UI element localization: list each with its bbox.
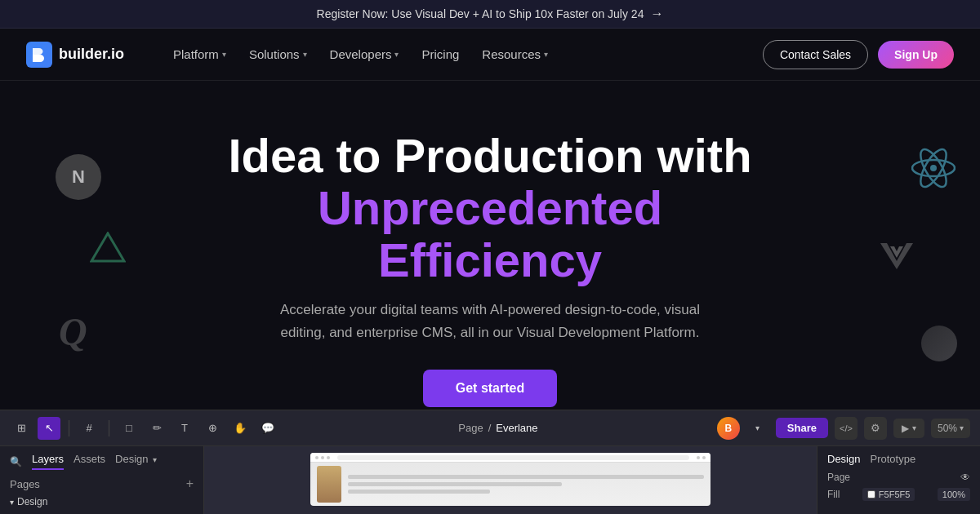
zoom-button[interactable]: 50% ▾ — [931, 419, 970, 438]
toolbar-divider — [109, 420, 109, 436]
preview-nav-dot — [315, 456, 318, 459]
settings-icon: ⚙ — [871, 422, 880, 434]
play-dropdown-icon: ▾ — [912, 423, 916, 432]
eye-icon: 👁 — [960, 472, 970, 483]
vuejs-logo-icon — [879, 240, 915, 279]
nav-resources[interactable]: Resources ▾ — [472, 41, 558, 68]
preview-content — [310, 463, 710, 506]
comment-tool-icon[interactable]: 💬 — [256, 417, 279, 440]
navbar: builder.io Platform ▾ Solutions ▾ Develo… — [0, 29, 980, 81]
pen-tool-icon[interactable]: ✏ — [145, 417, 168, 440]
banner-arrow: → — [650, 7, 663, 21]
page-separator: / — [488, 422, 492, 434]
sidebar-tab-layers[interactable]: Layers — [32, 453, 64, 470]
nav-pricing[interactable]: Pricing — [412, 41, 469, 68]
right-fill-row: Fill F5F5F5 100% — [827, 488, 970, 501]
preview-text-lines — [348, 475, 704, 494]
design-item-label: Design — [17, 496, 47, 507]
react-logo-icon — [911, 146, 956, 200]
editor-sidebar: 🔍 Layers Assets Design ▾ Pages + ▾ Desig… — [0, 446, 204, 514]
component-tool-icon[interactable]: ⊕ — [201, 417, 224, 440]
zoom-dropdown-icon: ▾ — [960, 423, 964, 432]
nav-platform[interactable]: Platform ▾ — [163, 41, 236, 68]
fill-label: Fill — [827, 489, 840, 500]
toolbar-right: B ▾ Share </> ⚙ ▶ ▾ 50% ▾ — [717, 417, 970, 440]
nav-actions: Contact Sales Sign Up — [763, 40, 954, 69]
text-tool-icon[interactable]: T — [173, 417, 196, 440]
hero-section: N Q Idea to Production with Unprecedente… — [0, 81, 980, 440]
banner-text: Register Now: Use Visual Dev + AI to Shi… — [317, 7, 644, 20]
right-panel-tabs: Design Prototype — [827, 453, 970, 465]
nav-links: Platform ▾ Solutions ▾ Developers ▾ Pric… — [163, 41, 763, 68]
hero-title: Idea to Production with Unprecedented Ef… — [204, 130, 776, 286]
cursor-tool-icon[interactable]: ↖ — [38, 417, 60, 440]
opacity-value[interactable]: 100% — [938, 488, 970, 501]
editor-canvas[interactable] — [204, 446, 817, 514]
logo-text: builder.io — [59, 46, 124, 63]
page-name: Everlane — [496, 422, 537, 434]
qwik-logo-icon: Q — [59, 309, 87, 354]
pages-label: Pages — [10, 478, 40, 490]
sidebar-pages: Pages + — [10, 476, 194, 491]
rectangle-tool-icon[interactable]: □ — [118, 417, 140, 440]
toolbar-page-info: Page / Everlane — [458, 422, 537, 434]
get-started-button[interactable]: Get started — [423, 370, 557, 407]
zoom-label: 50% — [938, 423, 957, 434]
preview-line — [348, 482, 562, 486]
top-banner[interactable]: Register Now: Use Visual Dev + AI to Shi… — [0, 0, 980, 29]
preview-nav-dot — [702, 456, 706, 459]
hero-title-accent: Unprecedented Efficiency — [318, 181, 662, 286]
nuxtjs-logo-icon — [90, 232, 126, 270]
editor-toolbar: ⊞ ↖ # □ ✏ T ⊕ ✋ 💬 Page / Everlane B ▾ Sh… — [0, 410, 980, 446]
editor-right-panel: Design Prototype Page 👁 Fill F5F5F5 100% — [817, 446, 980, 514]
chevron-down-icon: ▾ — [222, 50, 226, 59]
code-view-button[interactable]: </> — [835, 417, 858, 440]
page-label: Page — [458, 422, 483, 434]
right-tab-prototype[interactable]: Prototype — [870, 453, 915, 465]
decorative-circle — [921, 326, 957, 361]
sidebar-search-row: 🔍 — [10, 453, 22, 470]
avatar: B — [717, 417, 740, 440]
toolbar-divider — [69, 420, 69, 436]
hand-tool-icon[interactable]: ✋ — [229, 417, 252, 440]
settings-button[interactable]: ⚙ — [864, 417, 887, 440]
chevron-down-icon: ▾ — [544, 50, 548, 59]
preview-person-image — [317, 466, 341, 503]
nextjs-logo-icon: N — [56, 154, 101, 200]
right-section-page: Page 👁 — [827, 472, 970, 483]
logo[interactable]: builder.io — [26, 42, 124, 68]
sidebar-design-item[interactable]: ▾ Design — [10, 496, 194, 507]
search-icon: 🔍 — [10, 456, 22, 467]
svg-point-4 — [930, 165, 937, 171]
contact-sales-button[interactable]: Contact Sales — [763, 40, 868, 69]
right-tab-design[interactable]: Design — [827, 453, 860, 465]
chevron-down-icon: ▾ — [303, 50, 307, 59]
nav-developers[interactable]: Developers ▾ — [320, 41, 409, 68]
logo-icon — [26, 42, 52, 68]
nav-solutions[interactable]: Solutions ▾ — [239, 41, 317, 68]
share-button[interactable]: Share — [776, 418, 828, 438]
add-page-button[interactable]: + — [186, 476, 194, 491]
preview-navbar — [310, 453, 710, 463]
preview-line — [348, 475, 704, 479]
preview-nav-dot — [327, 456, 330, 459]
play-button[interactable]: ▶ ▾ — [893, 419, 924, 438]
chevron-right-icon: ▾ — [10, 498, 14, 507]
preview-nav-dot — [321, 456, 324, 459]
fill-value[interactable]: F5F5F5 — [862, 488, 915, 501]
play-icon: ▶ — [902, 423, 909, 434]
signup-button[interactable]: Sign Up — [878, 41, 954, 69]
preview-inner — [310, 453, 710, 506]
sidebar-tab-assets[interactable]: Assets — [74, 453, 105, 470]
frame-tool-icon[interactable]: # — [78, 417, 100, 440]
select-tool-icon[interactable]: ⊞ — [10, 417, 33, 440]
chevron-down-icon: ▾ — [394, 50, 399, 59]
canvas-preview — [310, 453, 710, 506]
sidebar-tabs: 🔍 Layers Assets Design ▾ — [10, 453, 194, 470]
design-tab-caret: ▾ — [153, 455, 157, 464]
hero-subtitle: Accelerate your digital teams with AI-po… — [261, 299, 719, 343]
editor-panel: ⊞ ↖ # □ ✏ T ⊕ ✋ 💬 Page / Everlane B ▾ Sh… — [0, 410, 980, 514]
avatar-dropdown-icon[interactable]: ▾ — [746, 417, 769, 440]
editor-body: 🔍 Layers Assets Design ▾ Pages + ▾ Desig… — [0, 446, 980, 514]
sidebar-tab-design[interactable]: Design ▾ — [115, 453, 157, 470]
